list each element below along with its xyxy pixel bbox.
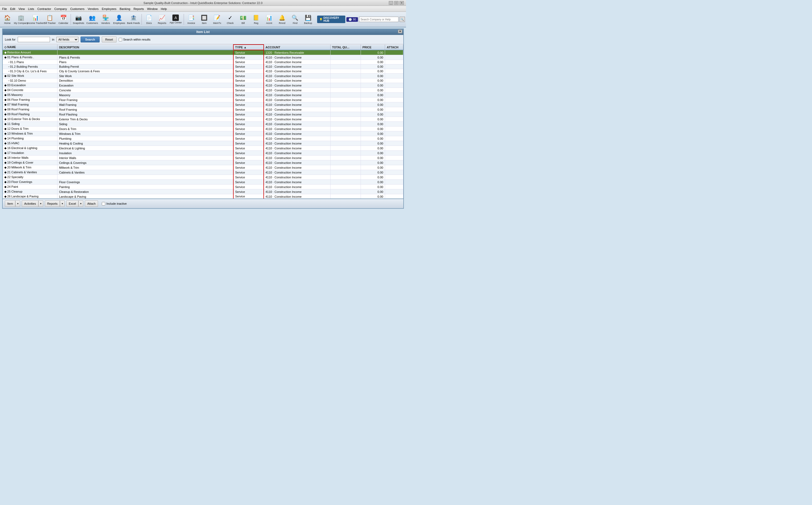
- attach-button[interactable]: Attach: [85, 200, 98, 207]
- search-button[interactable]: Search: [80, 36, 99, 42]
- col-name[interactable]: ◇ NAME: [3, 45, 57, 50]
- toolbar-reg[interactable]: 📒 Reg: [250, 12, 262, 26]
- toolbar-invoice[interactable]: 📑 Invoice: [185, 12, 197, 26]
- toolbar-reports[interactable]: 📈 Reports: [156, 12, 168, 26]
- col-account[interactable]: ACCOUNT: [264, 45, 331, 50]
- table-row[interactable]: ◆ 05 Masonry Masonry Service 4110 · Cons…: [3, 93, 403, 98]
- table-row[interactable]: ◆ 20 Millwork & Trim Millwork & Trim Ser…: [3, 165, 403, 170]
- toolbar-backup[interactable]: 💾 Backup: [302, 12, 314, 26]
- reset-button[interactable]: Reset: [102, 36, 117, 42]
- menu-file[interactable]: File: [2, 7, 7, 10]
- toolbar-employees[interactable]: 👤 Employees: [112, 12, 126, 26]
- table-row[interactable]: ◦ 01.1 Plans Plans Service 4110 · Constr…: [3, 60, 403, 64]
- col-attach[interactable]: ATTACH: [385, 45, 403, 50]
- cell-attach: [385, 185, 403, 189]
- table-row[interactable]: ◆ 21 Cabinets & Vanities Cabinets & Vani…: [3, 170, 403, 175]
- toolbar-vendors[interactable]: 🏪 Vendors: [99, 12, 112, 26]
- toolbar-accnt[interactable]: 📊 Accnt: [263, 12, 275, 26]
- col-price[interactable]: PRICE: [361, 45, 385, 50]
- cell-account: 4110 · Construction Income: [264, 189, 331, 194]
- toolbar-bill-tracker[interactable]: 📋 Bill Tracker: [43, 12, 57, 26]
- search-input[interactable]: [18, 37, 50, 42]
- menu-view[interactable]: View: [18, 7, 25, 10]
- activities-button[interactable]: Activities: [22, 200, 38, 207]
- table-row[interactable]: ◆ 14 Plumbing Plumbing Service 4110 · Co…: [3, 136, 403, 141]
- menu-reports[interactable]: Reports: [134, 7, 144, 10]
- toolbar-check[interactable]: ✓ Check: [224, 12, 236, 26]
- table-row[interactable]: ◆ 02 Site Work Site Work Service 4110 · …: [3, 73, 403, 78]
- discovery-hub-button[interactable]: 💡 DISCOVERY HUB: [317, 16, 346, 23]
- company-search-button[interactable]: 🔍: [400, 17, 405, 22]
- reports-button[interactable]: Reports: [45, 200, 60, 207]
- table-row[interactable]: ◆ 16 Electrical & Lighting Electrical & …: [3, 146, 403, 151]
- table-row[interactable]: ◆ 10 Exterior Trim & Decks Exterior Trim…: [3, 117, 403, 122]
- toolbar-appcenter[interactable]: A App Center: [169, 12, 183, 26]
- menu-banking[interactable]: Banking: [120, 7, 130, 10]
- col-qty-label: TOTAL QU...: [332, 46, 349, 49]
- search-field-select[interactable]: All fields Name Description Type: [56, 37, 78, 42]
- table-row[interactable]: ◆ 09 Roof Flashing Roof Flashing Service…: [3, 112, 403, 117]
- table-row[interactable]: ◆ 12 Doors & Trim Doors & Trim Service 4…: [3, 127, 403, 131]
- table-row[interactable]: ◆ 19 Ceilings & Cover Ceilings & Coverin…: [3, 160, 403, 165]
- menu-help[interactable]: Help: [161, 7, 167, 10]
- excel-dropdown-arrow[interactable]: ▼: [78, 200, 83, 207]
- table-row[interactable]: ◆ 23 Floor Coverings Floor Coverings Ser…: [3, 180, 403, 185]
- toolbar-bill[interactable]: 💵 Bill: [237, 12, 249, 26]
- excel-button[interactable]: Excel: [66, 200, 78, 207]
- table-row[interactable]: ◆ 24 Paint Painting Service 4110 · Const…: [3, 185, 403, 189]
- reports-dropdown-arrow[interactable]: ▼: [60, 200, 65, 207]
- search-within-checkbox[interactable]: [119, 38, 122, 41]
- col-qty[interactable]: TOTAL QU...: [330, 45, 361, 50]
- include-inactive-checkbox[interactable]: [102, 202, 105, 205]
- table-row[interactable]: ◆ 17 Insulation Insulation Service 4110 …: [3, 151, 403, 156]
- toolbar-mycompany[interactable]: 🏢 My Company: [14, 12, 28, 26]
- toolbar-bankfeeds[interactable]: 🏦 Bank Feeds: [127, 12, 141, 26]
- table-row[interactable]: ◦ 01.3 City & Co. Lic's & Fees City & Co…: [3, 69, 403, 73]
- minimize-button[interactable]: _: [389, 1, 393, 5]
- toolbar-item[interactable]: 🔲 Item: [198, 12, 210, 26]
- item-button[interactable]: Item: [5, 200, 15, 207]
- restore-button[interactable]: □: [394, 1, 398, 5]
- col-type[interactable]: TYPE ▲: [233, 45, 264, 50]
- toolbar-find[interactable]: 🔍 Find: [289, 12, 301, 26]
- table-row[interactable]: ◆ 26 Landscape & Paving Landscape & Pavi…: [3, 194, 403, 199]
- company-search-input[interactable]: [359, 17, 398, 22]
- col-description[interactable]: DESCRIPTION: [57, 45, 233, 50]
- table-row[interactable]: ◆ 11 Siding Siding Service 4110 · Constr…: [3, 122, 403, 127]
- table-row[interactable]: ◆ Retention Amount Service 1320 · Retent…: [3, 50, 403, 55]
- table-row[interactable]: ◆ 22 Specialty Service 4110 · Constructi…: [3, 175, 403, 180]
- table-row[interactable]: ◆ 06 Floor Framing Floor Framing Service…: [3, 98, 403, 102]
- table-row[interactable]: ◦ 01.2 Building Permits Building Permit …: [3, 64, 403, 69]
- table-row[interactable]: ◆ 08 Roof Framing Roof Framing Service 4…: [3, 107, 403, 112]
- toolbar-income-tracker[interactable]: 📊 Income Tracker: [28, 12, 42, 26]
- table-row[interactable]: ◆ 18 Interior Walls Interior Walls Servi…: [3, 156, 403, 160]
- menu-edit[interactable]: Edit: [10, 7, 15, 10]
- close-button[interactable]: ✕: [400, 1, 404, 5]
- menu-customers[interactable]: Customers: [70, 7, 84, 10]
- table-row[interactable]: ◆ 01 Plans & Permits . Plans & Permits S…: [3, 55, 403, 60]
- table-container[interactable]: ◇ NAME DESCRIPTION TYPE ▲ ACCOUNT TOTAL: [3, 44, 403, 198]
- table-row[interactable]: ◆ 25 Cleanup Cleanup & Restoration Servi…: [3, 189, 403, 194]
- toolbar-home[interactable]: 🏠 Home: [1, 12, 13, 26]
- table-row[interactable]: ◆ 04 Concrete Concrete Service 4110 · Co…: [3, 88, 403, 93]
- menu-employees[interactable]: Employees: [102, 7, 116, 10]
- toolbar-snapshots[interactable]: 📷 Snapshots: [72, 12, 85, 26]
- activities-dropdown-arrow[interactable]: ▼: [38, 200, 43, 207]
- table-row[interactable]: ◆ 13 Windows & Trim Windows & Trim Servi…: [3, 131, 403, 136]
- item-list-close-button[interactable]: ✕: [398, 29, 402, 33]
- item-dropdown-arrow[interactable]: ▼: [15, 200, 20, 207]
- menu-vendors[interactable]: Vendors: [88, 7, 98, 10]
- toolbar-customers[interactable]: 👥 Customers: [86, 12, 99, 26]
- table-row[interactable]: ◆ 03 Excavation Excavation Service 4110 …: [3, 83, 403, 88]
- table-row[interactable]: ◆ 15 HVAC Heating & Cooling Service 4110…: [3, 141, 403, 146]
- toolbar-calendar[interactable]: 📅 Calendar: [57, 12, 69, 26]
- table-row[interactable]: ◦ 02.10 Demo Demolition Service 4110 · C…: [3, 78, 403, 83]
- toolbar-docs[interactable]: 📄 Docs: [143, 12, 155, 26]
- toolbar-rmnd[interactable]: 🔔 Rmnd: [276, 12, 288, 26]
- menu-window[interactable]: Window: [147, 7, 158, 10]
- toolbar-memtx[interactable]: 📝 MemTx: [211, 12, 223, 26]
- table-row[interactable]: ◆ 07 Wall Framing Wall Framing Service 4…: [3, 102, 403, 107]
- menu-company[interactable]: Company: [54, 7, 67, 10]
- menu-contractor[interactable]: Contractor: [37, 7, 51, 10]
- menu-lists[interactable]: Lists: [28, 7, 34, 10]
